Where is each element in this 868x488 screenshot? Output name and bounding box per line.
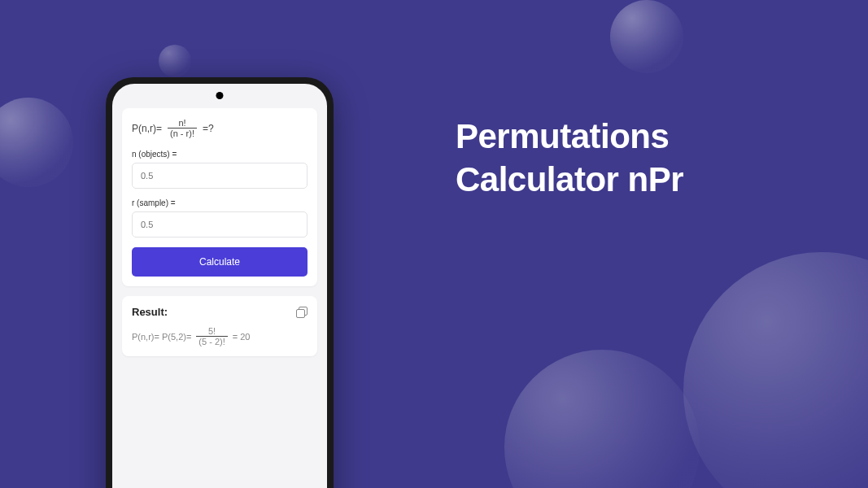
r-input-label: r (sample) = xyxy=(132,198,308,207)
decorative-sphere xyxy=(504,350,700,488)
result-fraction: 5! (5 - 2)! xyxy=(196,326,227,346)
result-heading: Result: xyxy=(132,306,168,318)
result-card: Result: P(n,r)= P(5,2)= 5! (5 - 2)! = 20 xyxy=(122,296,317,356)
calculate-button[interactable]: Calculate xyxy=(132,247,308,277)
n-input-label: n (objects) = xyxy=(132,150,308,159)
formula-denominator: (n - r)! xyxy=(168,129,197,138)
result-lhs: P(n,r)= P(5,2)= xyxy=(132,332,191,342)
result-header: Result: xyxy=(132,306,308,318)
input-card: P(n,r)= n! (n - r)! =? n (objects) = r (… xyxy=(122,108,317,286)
decorative-sphere xyxy=(0,98,73,187)
formula-fraction: n! (n - r)! xyxy=(168,118,197,138)
result-denominator: (5 - 2)! xyxy=(196,337,227,346)
title-line-1: Permutations xyxy=(456,115,683,159)
decorative-sphere xyxy=(610,0,683,73)
decorative-sphere xyxy=(683,252,868,488)
title-line-2: Calculator nPr xyxy=(456,159,683,202)
app-screen: P(n,r)= n! (n - r)! =? n (objects) = r (… xyxy=(112,84,327,488)
copy-icon[interactable] xyxy=(296,307,308,318)
formula-suffix: =? xyxy=(203,123,214,134)
page-title: Permutations Calculator nPr xyxy=(456,115,683,201)
result-equals: = 20 xyxy=(233,332,251,342)
result-numerator: 5! xyxy=(206,326,218,336)
phone-frame: P(n,r)= n! (n - r)! =? n (objects) = r (… xyxy=(106,77,334,488)
n-input[interactable] xyxy=(132,163,308,189)
formula-numerator: n! xyxy=(176,118,188,128)
decorative-sphere xyxy=(159,45,191,77)
r-input[interactable] xyxy=(132,211,308,237)
formula-lhs: P(n,r)= xyxy=(132,123,162,134)
formula-display: P(n,r)= n! (n - r)! =? xyxy=(132,118,308,138)
result-formula: P(n,r)= P(5,2)= 5! (5 - 2)! = 20 xyxy=(132,326,308,346)
